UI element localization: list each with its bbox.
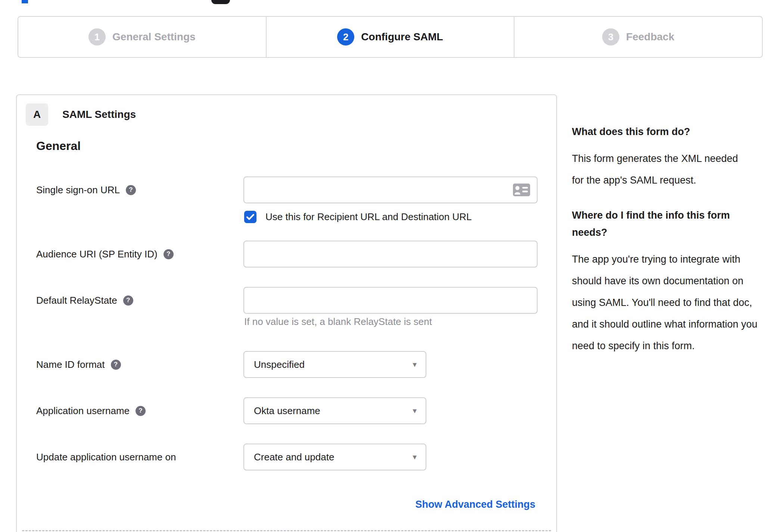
step-number-badge: 3 [602,28,619,46]
help-icon[interactable]: ? [111,360,121,370]
single-sign-on-url-label: Single sign-on URL ? [36,176,136,203]
help-icon[interactable]: ? [164,249,174,259]
recipient-url-checkbox-row[interactable]: Use this for Recipient URL and Destinati… [244,211,472,223]
field-label-text: Update application username on [36,451,176,463]
field-label-text: Default RelayState [36,295,117,306]
checkmark-icon [246,214,254,220]
update-application-username-label: Update application username on [36,444,176,470]
step-label: Configure SAML [361,31,443,43]
field-label-text: Audience URI (SP Entity ID) [36,248,158,260]
checkbox-label: Use this for Recipient URL and Destinati… [265,211,472,223]
field-label-text: Application username [36,405,130,417]
audience-uri-input[interactable] [244,241,537,267]
audience-uri-label: Audience URI (SP Entity ID) ? [36,241,174,267]
relaystate-hint: If no value is set, a blank RelayState i… [244,316,432,328]
step-feedback[interactable]: 3 Feedback [514,17,762,57]
update-application-username-select[interactable]: Create and update ▾ [243,444,426,470]
default-relaystate-label: Default RelayState ? [36,287,133,314]
help-icon[interactable]: ? [136,406,146,416]
application-username-label: Application username ? [36,397,146,424]
chevron-down-icon: ▾ [413,406,417,415]
help-body: This form generates the XML needed for t… [572,148,747,191]
default-relaystate-input[interactable] [244,288,537,313]
help-body: The app you're trying to integrate with … [572,248,760,357]
help-sidebar: What does this form do? This form genera… [572,123,760,372]
help-icon[interactable]: ? [123,295,133,306]
help-block-where: Where do I find the info this form needs… [572,207,760,357]
step-configure-saml[interactable]: 2 Configure SAML [266,17,514,57]
application-username-select[interactable]: Okta username ▾ [243,397,426,424]
name-id-format-select[interactable]: Unspecified ▾ [243,351,426,378]
general-section-heading: General [36,139,81,153]
default-relaystate-field [243,287,538,314]
show-advanced-settings-link[interactable]: Show Advanced Settings [415,499,535,510]
section-dashed-divider [22,530,551,531]
field-label-text: Single sign-on URL [36,184,120,196]
autofill-contact-icon [513,184,530,196]
step-label: Feedback [626,31,674,43]
step-number-badge: 2 [337,28,354,46]
field-label-text: Name ID format [36,359,105,370]
help-block-what: What does this form do? This form genera… [572,123,760,191]
help-heading: What does this form do? [572,123,760,140]
help-icon[interactable]: ? [126,185,136,195]
name-id-format-label: Name ID format ? [36,351,121,378]
step-label: General Settings [112,31,196,43]
section-a-badge: A [26,103,48,126]
panel-title: SAML Settings [62,103,136,126]
clipped-title-fragment-blue [22,0,28,3]
chevron-down-icon: ▾ [413,453,417,461]
single-sign-on-url-field [243,176,538,203]
select-value: Okta username [254,405,320,417]
select-value: Unspecified [254,359,305,370]
clipped-title-fragment-dark [211,0,230,4]
chevron-down-icon: ▾ [413,360,417,369]
configure-saml-page: { "colors": { "accent_blue": "#1662dd", … [0,0,781,532]
saml-settings-panel: A SAML Settings General Single sign-on U… [16,94,557,532]
step-general-settings[interactable]: 1 General Settings [18,17,266,57]
step-number-badge: 1 [88,28,106,46]
single-sign-on-url-input[interactable] [244,177,537,203]
wizard-stepper: 1 General Settings 2 Configure SAML 3 Fe… [18,16,763,58]
audience-uri-field [243,241,538,267]
checkbox-checked[interactable] [244,211,256,223]
help-heading: Where do I find the info this form needs… [572,207,760,241]
select-value: Create and update [254,451,334,463]
